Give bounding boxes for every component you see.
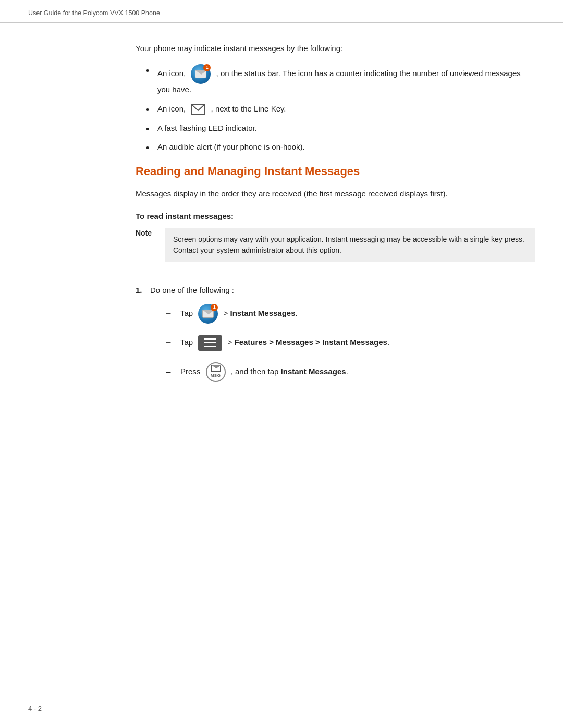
dash-3-before: Press bbox=[180, 366, 200, 378]
list-item: A fast flashing LED indicator. bbox=[146, 122, 535, 134]
page-content: Your phone may indicate instant messages… bbox=[0, 23, 563, 425]
intro-paragraph: Your phone may indicate instant messages… bbox=[136, 44, 535, 53]
dash-symbol: – bbox=[166, 336, 176, 350]
bullet-2-text-before: An icon, bbox=[157, 104, 186, 113]
note-box: Screen options may vary with your applic… bbox=[165, 228, 535, 262]
dash-symbol: – bbox=[166, 306, 176, 320]
dash-1-before: Tap bbox=[180, 307, 195, 319]
sub-heading: To read instant messages: bbox=[136, 212, 535, 220]
counter-badge-2: 1 bbox=[211, 304, 218, 311]
dash-3-text: , and then tap Instant Messages. bbox=[229, 366, 348, 378]
menu-btn-icon bbox=[198, 335, 222, 351]
numbered-list: 1. Do one of the following : – Tap 1 > I… bbox=[136, 284, 535, 393]
menu-line bbox=[204, 346, 216, 347]
page-footer: 4 - 2 bbox=[28, 705, 42, 712]
bullet-list: An icon, 1 , on the status bar. The icon… bbox=[146, 64, 535, 153]
counter-badge: 1 bbox=[203, 64, 211, 71]
bullet-4-text: An audible alert (if your phone is on-ho… bbox=[157, 142, 305, 151]
globe-envelope-icon-2: 1 bbox=[198, 304, 218, 324]
page-header: User Guide for the Polycom VVX 1500 Phon… bbox=[0, 0, 563, 23]
step-number: 1. bbox=[136, 284, 150, 297]
header-text: User Guide for the Polycom VVX 1500 Phon… bbox=[28, 9, 160, 17]
list-item: An audible alert (if your phone is on-ho… bbox=[146, 141, 535, 153]
list-item: An icon, , next to the Line Key. bbox=[146, 103, 535, 115]
msg-btn-inner: MSG bbox=[211, 365, 221, 379]
note-label: Note bbox=[136, 228, 165, 237]
dash-list: – Tap 1 > Instant Messages. – Tap bbox=[166, 304, 389, 382]
step-content: Do one of the following : – Tap 1 > Inst… bbox=[150, 284, 389, 393]
menu-lines bbox=[204, 338, 216, 347]
bullet-2-text-after: , next to the Line Key. bbox=[211, 104, 286, 113]
menu-line bbox=[204, 342, 216, 343]
bullet-1-text-after: , on the status bar. The icon has a coun… bbox=[157, 69, 521, 94]
dash-2-text: > Features > Messages > Instant Messages… bbox=[225, 337, 389, 349]
section-heading: Reading and Managing Instant Messages bbox=[136, 165, 535, 178]
note-wrapper: Note Screen options may vary with your a… bbox=[136, 228, 535, 273]
dash-symbol: – bbox=[166, 365, 176, 379]
dash-item: – Tap > Features > Messages > Instant Me… bbox=[166, 335, 389, 351]
envelope-shape bbox=[195, 70, 206, 78]
envelope-small-icon bbox=[191, 104, 205, 115]
menu-line bbox=[204, 338, 216, 340]
bullet-1-text-before: An icon, bbox=[157, 69, 186, 78]
msg-btn-icon: MSG bbox=[206, 362, 226, 382]
page-number: 4 - 2 bbox=[28, 705, 42, 712]
dash-2-before: Tap bbox=[180, 337, 195, 349]
globe-envelope-icon: 1 bbox=[191, 64, 211, 84]
list-item: An icon, 1 , on the status bar. The icon… bbox=[146, 64, 535, 96]
dash-1-text: > Instant Messages. bbox=[221, 307, 297, 319]
section-paragraph: Messages display in the order they are r… bbox=[136, 188, 535, 200]
bullet-3-text: A fast flashing LED indicator. bbox=[157, 124, 257, 132]
numbered-item: 1. Do one of the following : – Tap 1 > I… bbox=[136, 284, 535, 393]
msg-label: MSG bbox=[211, 373, 221, 379]
dash-item: – Tap 1 > Instant Messages. bbox=[166, 304, 389, 324]
step1-text: Do one of the following : bbox=[150, 286, 234, 294]
dash-item: – Press MSG , and then tap Instant Messa… bbox=[166, 362, 389, 382]
msg-envelope bbox=[211, 365, 221, 372]
